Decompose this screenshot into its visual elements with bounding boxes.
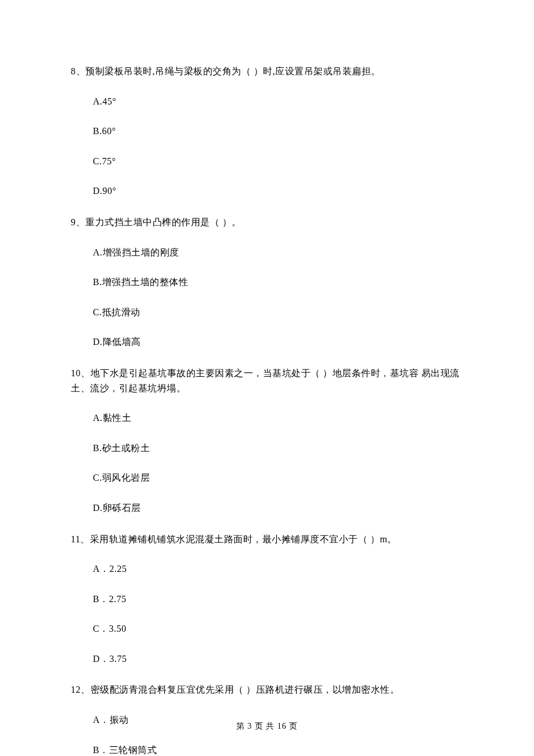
question-10: 10、地下水是引起基坑事故的主要因素之一，当基坑处于（ ）地层条件时，基坑容 易… bbox=[71, 366, 463, 516]
question-8: 8、预制梁板吊装时,吊绳与梁板的交角为（ ）时,应设置吊架或吊装扁担。 A.45… bbox=[71, 64, 463, 199]
question-stem: 11、采用轨道摊铺机铺筑水泥混凝土路面时，最小摊铺厚度不宜小于（ ）m。 bbox=[71, 532, 463, 547]
question-option: D．3.75 bbox=[71, 651, 463, 667]
question-option: C.抵抗滑动 bbox=[71, 305, 463, 320]
question-option: A.45° bbox=[71, 94, 463, 109]
question-option: C．3.50 bbox=[71, 621, 463, 636]
question-stem: 9、重力式挡土墙中凸榫的作用是（ ）。 bbox=[71, 215, 463, 230]
question-stem: 12、密级配沥青混合料复压宜优先采用（ ）压路机进行碾压，以增加密水性。 bbox=[71, 682, 463, 697]
question-option: A.增强挡土墙的刚度 bbox=[71, 245, 463, 260]
document-content: 8、预制梁板吊装时,吊绳与梁板的交角为（ ）时,应设置吊架或吊装扁担。 A.45… bbox=[0, 0, 534, 756]
question-option: B．2.75 bbox=[71, 592, 463, 607]
question-option: D.卵砾石层 bbox=[71, 501, 463, 516]
question-11: 11、采用轨道摊铺机铺筑水泥混凝土路面时，最小摊铺厚度不宜小于（ ）m。 A．2… bbox=[71, 532, 463, 667]
question-option: A．2.25 bbox=[71, 561, 463, 577]
question-option: C.75° bbox=[71, 154, 463, 169]
question-stem: 10、地下水是引起基坑事故的主要因素之一，当基坑处于（ ）地层条件时，基坑容 易… bbox=[71, 366, 463, 395]
question-option: A.黏性土 bbox=[71, 411, 463, 426]
question-stem: 8、预制梁板吊装时,吊绳与梁板的交角为（ ）时,应设置吊架或吊装扁担。 bbox=[71, 64, 463, 79]
question-option: D.90° bbox=[71, 183, 463, 199]
question-option: B.砂土或粉土 bbox=[71, 441, 463, 456]
page-footer: 第 3 页 共 16 页 bbox=[0, 721, 534, 732]
question-option: C.弱风化岩层 bbox=[71, 470, 463, 485]
question-option: B.60° bbox=[71, 124, 463, 139]
question-option: B．三轮钢筒式 bbox=[71, 743, 463, 756]
question-12: 12、密级配沥青混合料复压宜优先采用（ ）压路机进行碾压，以增加密水性。 A．振… bbox=[71, 682, 463, 756]
question-9: 9、重力式挡土墙中凸榫的作用是（ ）。 A.增强挡土墙的刚度 B.增强挡土墙的整… bbox=[71, 215, 463, 350]
question-option: B.增强挡土墙的整体性 bbox=[71, 275, 463, 290]
question-option: D.降低墙高 bbox=[71, 334, 463, 350]
